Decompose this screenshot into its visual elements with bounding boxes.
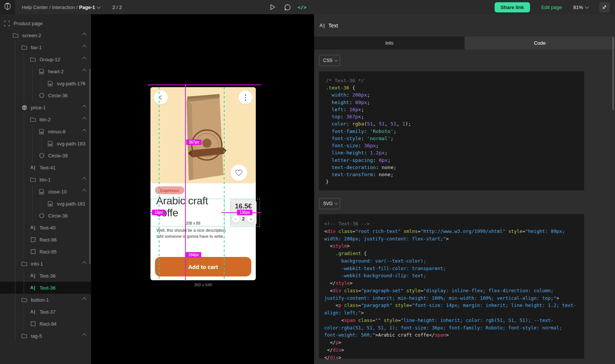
chevron-down-icon[interactable] [97, 5, 101, 9]
inspector-header: A| Text [314, 14, 615, 36]
canvas[interactable]: Expresso Arabic craft coffe 16.5€ − 2 + … [91, 14, 314, 364]
layer-label: btn-1 [39, 177, 51, 183]
layer-label: Text-38 [39, 273, 56, 279]
layer-item-circle-38[interactable]: Circle-38 [0, 210, 91, 222]
indent-guide [24, 53, 24, 65]
indent-guide [15, 294, 15, 306]
indent-guide [41, 198, 41, 210]
chevron-up-icon[interactable] [82, 177, 86, 181]
layer-item-text-40[interactable]: A|Text-40 [0, 222, 91, 234]
tab-code[interactable]: Code [465, 36, 615, 50]
zoom-control[interactable]: 81% [573, 5, 588, 10]
layer-item-svg-path-181[interactable]: svg-path-181 [0, 198, 91, 210]
layer-label: price-1 [31, 105, 46, 110]
chevron-up-icon[interactable] [82, 129, 86, 133]
layers-panel: Product pagescreen-2fav-1Group-12heart-2… [0, 14, 91, 364]
layer-item-circle-36[interactable]: Circle-36 [0, 89, 91, 101]
chevron-up-icon[interactable] [82, 69, 86, 73]
indent-guide [15, 198, 15, 210]
layer-item-fav-1[interactable]: fav-1 [0, 41, 91, 53]
layer-item-group-12[interactable]: Group-12 [0, 53, 91, 65]
fullscreen-button[interactable] [599, 2, 610, 12]
play-button[interactable] [269, 3, 277, 11]
layer-item-btn-2[interactable]: btn-2 [0, 113, 91, 125]
folder-icon [30, 177, 36, 183]
svg-icon [38, 128, 45, 135]
share-link-button[interactable]: Share link [495, 2, 530, 12]
layer-label: svg-path-183 [57, 141, 85, 147]
tab-info[interactable]: Info [314, 36, 465, 50]
layer-item-info-1[interactable]: info-1 [0, 258, 91, 270]
layer-label: Product page [14, 21, 43, 26]
circle-icon [38, 213, 45, 219]
layer-item-text-37[interactable]: A|Text-37 [0, 306, 91, 318]
layer-item-close-10[interactable]: close-10 [0, 186, 91, 198]
layer-item-text-38[interactable]: A|Text-38 [0, 270, 91, 282]
layer-item-price-1[interactable]: price-1 [0, 101, 91, 113]
code-line: </div> [324, 346, 579, 354]
mask-icon [21, 104, 27, 111]
code-line: top: 367px; [326, 113, 577, 120]
app-logo[interactable] [0, 0, 15, 14]
css-language-select[interactable]: CSS [319, 55, 340, 66]
breadcrumb[interactable]: Help Center / Interaction / Page-1 [22, 5, 100, 10]
add-to-cart-button[interactable]: Add to cart [155, 257, 251, 276]
css-code-block[interactable]: /* Text-36 */.text-36 { width: 208px; he… [319, 71, 584, 190]
chevron-up-icon[interactable] [82, 117, 86, 121]
inspector-scrollbar[interactable] [612, 37, 614, 110]
chevron-up-icon[interactable] [82, 57, 86, 61]
text-icon: A| [30, 285, 36, 291]
layer-item-btn-1[interactable]: btn-1 [0, 174, 91, 186]
layer-item-tag-5[interactable]: tag-5 [0, 330, 91, 342]
layer-item-svg-path-176[interactable]: svg-path-176 [0, 77, 91, 89]
layer-item-product page[interactable]: Product page [0, 17, 91, 29]
layer-label: button-1 [31, 297, 49, 303]
code-button[interactable]: </> [298, 3, 306, 11]
indent-guide [15, 137, 15, 150]
menu-button[interactable] [238, 91, 252, 104]
code-line: </p> [324, 339, 579, 346]
svg-language-select[interactable]: SVG [319, 198, 340, 209]
indent-guide [15, 101, 15, 113]
chevron-down-icon [334, 201, 337, 204]
chevron-up-icon[interactable] [82, 297, 86, 301]
favorite-button[interactable] [231, 165, 247, 181]
circle-icon [38, 153, 45, 159]
product-page-frame[interactable]: Expresso Arabic craft coffe 16.5€ − 2 + … [150, 87, 256, 280]
comment-button[interactable] [283, 3, 292, 11]
chevron-up-icon[interactable] [82, 261, 86, 265]
breadcrumb-current-page[interactable]: Page-1 [79, 5, 95, 10]
layer-item-rect-94[interactable]: Rect-94 [0, 318, 91, 330]
code-line: letter-spacing: 0px; [326, 157, 577, 164]
indent-guide [24, 282, 24, 294]
chevron-up-icon[interactable] [82, 333, 86, 337]
layer-item-svg-path-183[interactable]: svg-path-183 [0, 137, 91, 150]
chevron-up-icon[interactable] [82, 45, 86, 49]
layer-item-heart-2[interactable]: heart-2 [0, 65, 91, 77]
svg-code-block[interactable]: <!-- Text-36 --><div class="root rich-te… [319, 214, 584, 359]
layer-item-text-36[interactable]: A|Text-36 [0, 282, 91, 294]
indent-guide [24, 234, 24, 246]
edit-page-link[interactable]: Edit page [541, 5, 562, 10]
layer-label: close-10 [48, 189, 67, 195]
layer-item-circle-39[interactable]: Circle-39 [0, 150, 91, 162]
indent-guide [15, 210, 15, 222]
layer-item-rect-95[interactable]: Rect-95 [0, 246, 91, 258]
chevron-up-icon[interactable] [82, 33, 86, 37]
code-line: <div class="root rich-text" xmlns="http:… [324, 228, 579, 243]
sidebar-scrollbar[interactable] [89, 69, 91, 264]
layer-item-text-41[interactable]: A|Text-41 [0, 162, 91, 174]
layer-label: btn-2 [39, 117, 51, 122]
layer-label: Text-40 [39, 225, 56, 231]
layer-item-rect-96[interactable]: Rect-96 [0, 234, 91, 246]
layer-item-minus-8[interactable]: minus-8 [0, 125, 91, 137]
back-button[interactable] [154, 91, 168, 104]
chevron-up-icon[interactable] [82, 189, 86, 193]
indent-guide [32, 89, 33, 101]
frame-size-label: 360 x 640 [150, 282, 256, 287]
chevron-up-icon[interactable] [82, 105, 86, 109]
indent-guide [15, 41, 15, 53]
layer-item-button-1[interactable]: button-1 [0, 294, 91, 306]
layer-item-screen-2[interactable]: screen-2 [0, 29, 91, 41]
layer-label: Circle-36 [48, 93, 68, 98]
